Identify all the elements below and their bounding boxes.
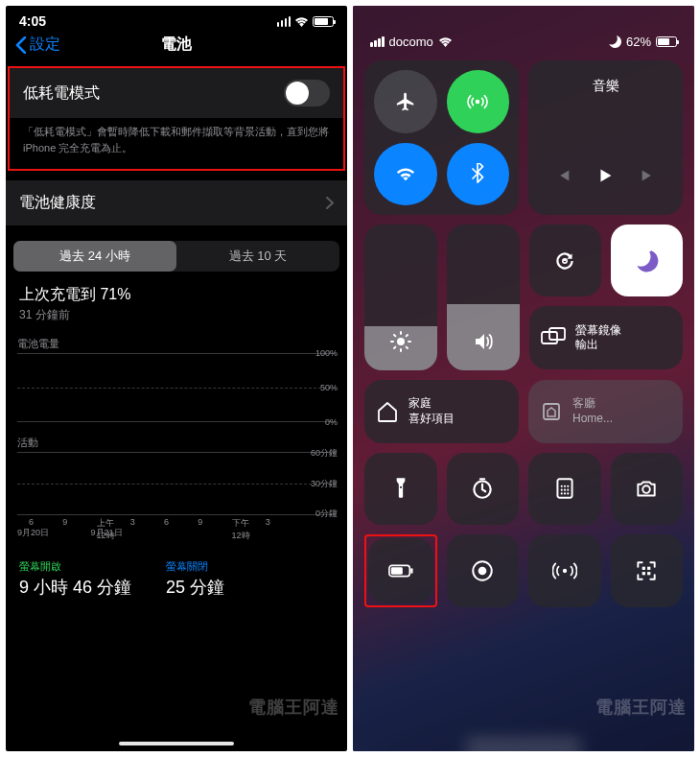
nfc-toggle[interactable]	[528, 534, 601, 607]
screen-record-toggle[interactable]	[447, 534, 520, 607]
svg-point-25	[563, 569, 567, 573]
signal-icon	[370, 36, 385, 47]
wifi-icon	[294, 16, 309, 27]
nav-bar: 設定 電池	[6, 29, 347, 66]
calculator-button[interactable]	[528, 453, 601, 526]
svg-point-17	[564, 493, 566, 495]
svg-point-10	[560, 485, 562, 487]
camera-button[interactable]	[611, 453, 684, 526]
svg-point-13	[560, 489, 562, 491]
svg-point-18	[567, 493, 569, 495]
activity-chart: 活動 60分鐘30分鐘0分鐘 69上午 12時369下午 12時39月20日9月…	[17, 436, 336, 542]
svg-rect-9	[557, 480, 572, 499]
battery-text: 62%	[626, 35, 651, 49]
moon-icon	[609, 35, 621, 48]
prev-icon[interactable]	[551, 165, 572, 186]
bluetooth-toggle[interactable]	[447, 143, 510, 206]
svg-point-3	[397, 338, 405, 345]
battery-settings-screen: 4:05 設定 電池 低耗電模式 「低耗電模式」會暫時降低下載和郵件擷取等背景活…	[6, 6, 347, 751]
last-charge-title: 上次充電到 71%	[6, 272, 347, 307]
svg-rect-2	[564, 259, 566, 261]
svg-rect-28	[642, 572, 645, 575]
low-power-row: 低耗電模式	[10, 68, 343, 118]
watermark: 電腦王阿達	[595, 696, 687, 719]
battery-icon	[656, 36, 677, 47]
status-bar: 4:05	[6, 6, 347, 29]
svg-point-16	[560, 493, 562, 495]
low-power-label: 低耗電模式	[23, 83, 100, 104]
music-title: 音樂	[540, 78, 671, 95]
svg-rect-26	[642, 566, 645, 569]
connectivity-tile[interactable]	[364, 60, 519, 215]
home-indicator[interactable]	[466, 742, 581, 745]
svg-point-19	[642, 486, 650, 494]
svg-rect-22	[391, 567, 403, 574]
svg-point-7	[400, 486, 402, 488]
low-power-cc-toggle[interactable]	[368, 538, 433, 603]
svg-rect-29	[647, 572, 650, 575]
timer-button[interactable]	[447, 453, 520, 526]
wifi-toggle[interactable]	[374, 143, 437, 206]
svg-point-24	[478, 566, 487, 575]
svg-point-11	[564, 485, 566, 487]
svg-rect-27	[647, 566, 650, 569]
svg-point-0	[476, 99, 480, 104]
home-tile[interactable]: 家庭喜好項目	[364, 380, 519, 443]
screen-on-label: 螢幕開啟	[19, 559, 131, 574]
battery-health-row[interactable]: 電池健康度	[6, 180, 347, 225]
screen-time-row: 螢幕開啟9 小時 46 分鐘 螢幕關閉25 分鐘	[6, 542, 347, 599]
svg-point-12	[567, 485, 569, 487]
chevron-right-icon	[326, 197, 334, 209]
svg-point-15	[567, 489, 569, 491]
highlight-low-power: 低耗電模式 「低耗電模式」會暫時降低下載和郵件擷取等背景活動，直到您將 iPho…	[8, 66, 345, 171]
screen-mirror-tile[interactable]: 螢幕鏡像輸出	[529, 306, 684, 369]
cc-status-bar: docomo 62%	[353, 6, 694, 60]
seg-10d[interactable]: 過去 10 天	[176, 241, 339, 272]
screen-off-label: 螢幕關閉	[166, 559, 224, 574]
signal-icon	[277, 16, 292, 27]
volume-slider[interactable]	[447, 225, 520, 370]
brightness-slider[interactable]	[364, 225, 437, 370]
airplane-toggle[interactable]	[374, 70, 437, 133]
time-range-segment[interactable]: 過去 24 小時 過去 10 天	[13, 241, 339, 272]
carrier: docomo	[389, 35, 433, 49]
qr-scan-button[interactable]	[611, 534, 684, 607]
back-button[interactable]: 設定	[15, 35, 60, 55]
clock: 4:05	[19, 13, 46, 29]
music-tile[interactable]: 音樂	[528, 60, 683, 215]
battery-icon	[313, 16, 334, 27]
low-power-footnote: 「低耗電模式」會暫時降低下載和郵件擷取等背景活動，直到您將 iPhone 完全充…	[10, 118, 343, 169]
homekit-room-tile[interactable]: 客廳Home...	[528, 380, 683, 443]
last-charge-ago: 31 分鐘前	[6, 307, 347, 323]
control-center-screen: docomo 62% 音樂	[353, 6, 694, 751]
rotation-lock-toggle[interactable]	[529, 225, 601, 296]
svg-point-14	[564, 489, 566, 491]
play-icon[interactable]	[595, 165, 616, 186]
page-title: 電池	[161, 35, 192, 55]
battery-level-chart: 電池電量 100%50%0%	[17, 337, 336, 422]
watermark: 電腦王阿達	[248, 696, 339, 719]
svg-rect-21	[410, 568, 412, 574]
dnd-toggle[interactable]	[611, 225, 683, 296]
screen-on-value: 9 小時 46 分鐘	[19, 576, 131, 599]
home-indicator[interactable]	[119, 742, 234, 745]
highlight-low-power-cc	[364, 534, 437, 607]
seg-24h[interactable]: 過去 24 小時	[13, 241, 176, 272]
next-icon[interactable]	[639, 165, 660, 186]
cellular-toggle[interactable]	[447, 70, 510, 133]
flashlight-toggle[interactable]	[364, 453, 437, 526]
screen-off-value: 25 分鐘	[166, 576, 224, 599]
wifi-icon	[438, 36, 453, 47]
low-power-toggle[interactable]	[284, 80, 330, 106]
